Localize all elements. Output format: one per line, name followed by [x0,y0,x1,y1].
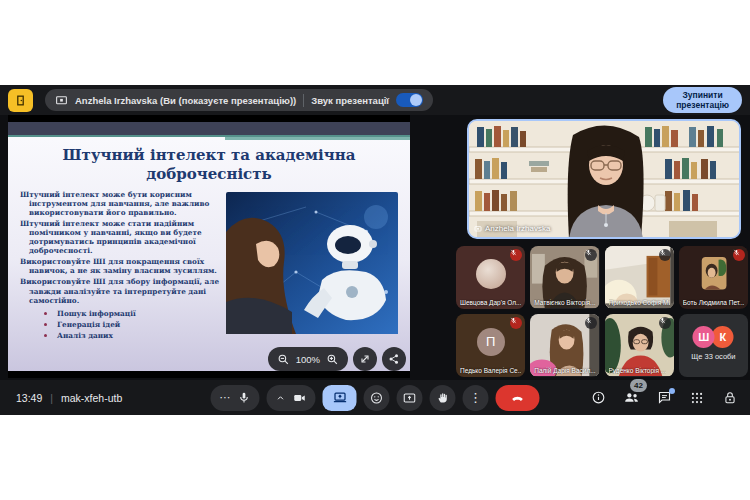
chat-button[interactable] [654,388,674,408]
hand-icon [436,391,449,404]
participant-count-badge: 42 [630,379,647,392]
slide-accent-stripe [225,137,410,140]
participant-name: Матвієнко Вікторія... [534,299,595,306]
avatar-letter: Ш [693,326,715,348]
zoom-out-icon[interactable] [277,353,290,366]
meeting-details-button[interactable] [588,388,608,408]
slide-header-band [8,122,410,135]
meeting-code: mak-xfeh-utb [61,392,122,404]
top-bar: Anzhela Irzhavska (Ви (показуєте презент… [0,85,750,115]
presentation-viewer-controls: 100% [268,347,406,371]
main-video-label: Anzhela Irzhavska [474,224,550,233]
participant-name: Руденко Вікторія ... [609,367,667,374]
slide-paragraph: Штучний інтелект може стати надійним пом… [20,219,220,255]
expand-button[interactable] [353,347,377,371]
chat-notification-dot [669,388,675,394]
share-button[interactable] [382,347,406,371]
zoom-level: 100% [296,354,320,365]
mic-off-icon [585,249,597,261]
slide: Штучний інтелект та академічна доброчесн… [8,122,410,371]
chevron-up-icon [276,393,286,403]
content-area: Штучний інтелект та академічна доброчесн… [0,115,750,380]
mic-off-icon [510,317,522,329]
participant-tile[interactable]: Приходько Софія Михай... [605,246,674,309]
slide-paragraph: Штучний інтелект може бути корисним інст… [20,190,220,217]
presenting-badge-icon [474,225,482,233]
mic-off-icon [510,249,522,261]
audio-options-icon: ⋯ [220,392,231,403]
camera-icon [293,391,307,405]
share-icon [388,353,400,365]
people-button[interactable]: 42 [621,388,641,408]
meet-logo-button[interactable] [8,89,33,112]
mic-off-icon [659,249,671,261]
stop-presentation-button[interactable]: Зупинити презентацію [663,87,742,113]
zoom-pill: 100% [268,347,348,371]
participant-tile[interactable]: Палій Дарія Васил... [530,314,599,377]
present-screen-icon [403,391,417,405]
meeting-info: 13:49 | mak-xfeh-utb [16,392,122,404]
overflow-avatars: Ш К [693,326,734,348]
slide-bullet: Аналіз даних [57,331,113,340]
more-options-button[interactable]: ⋮ [463,385,489,411]
presenter-label: Anzhela Irzhavska (Ви (показуєте презент… [75,95,296,106]
divider [303,94,304,107]
participant-tile[interactable]: Матвієнко Вікторія... [530,246,599,309]
main-video-tile[interactable]: Anzhela Irzhavska [467,119,741,239]
avatar-letter: П [477,328,505,356]
participant-name: Педько Валерія Се... [460,367,521,374]
camera-button[interactable] [267,385,316,411]
meet-window: Anzhela Irzhavska (Ви (показуєте презент… [0,85,750,415]
slide-bullet: Пошук інформації [57,309,136,318]
bottom-bar: 13:49 | mak-xfeh-utb ⋯ [0,380,750,415]
grid-dots-icon [690,391,704,405]
slide-bullet-list: Пошук інформації Генерація ідей Аналіз д… [20,309,220,340]
main-video-feed [469,121,741,239]
avatar [476,259,506,289]
slide-bullet: Генерація ідей [57,320,120,329]
participant-name: Палій Дарія Васил... [534,367,595,374]
host-controls-button[interactable] [720,388,740,408]
screen-share-icon [55,94,68,107]
people-icon [623,389,640,406]
microphone-button[interactable]: ⋯ [211,385,260,411]
mic-off-icon [659,317,671,329]
avatar-letter: К [712,326,734,348]
door-icon [14,94,27,107]
participant-tile[interactable]: Боть Людмила Пет... [679,246,748,309]
slide-text-block: Штучний інтелект може бути корисним інст… [20,190,220,343]
participant-tile[interactable]: П Педько Валерія Се... [456,314,525,377]
presentation-sound-label: Звук презентації [311,95,389,106]
presenting-chip: Anzhela Irzhavska (Ви (показуєте презент… [45,89,433,111]
phone-down-icon [510,390,526,406]
more-participants-tile[interactable]: Ш К Ще 33 особи [679,314,748,377]
presentation-sound-toggle[interactable] [396,93,423,107]
info-icon [591,390,606,405]
mic-off-icon [733,249,745,261]
presentation-active-button[interactable] [323,385,357,411]
participant-grid: Шевцова Дар'я Ол... Матвієнко Вікторія..… [456,246,748,377]
smiley-icon [370,391,384,405]
participant-name: Приходько Софія Михай... [609,299,670,306]
slide-image-ai-robot [226,192,398,343]
slide-title: Штучний інтелект та академічна доброчесн… [8,146,410,184]
expand-icon [359,353,371,365]
panel-buttons: 42 [588,388,740,408]
mic-off-icon [585,317,597,329]
slide-paragraph: Використовуйте ШІ для збору інформації, … [20,277,220,304]
more-participants-label: Ще 33 особи [679,352,748,361]
raise-hand-button[interactable] [430,385,456,411]
present-now-button[interactable] [397,385,423,411]
activities-button[interactable] [687,388,707,408]
zoom-in-icon[interactable] [326,353,339,366]
participant-name: Шевцова Дар'я Ол... [460,299,521,306]
lock-icon [723,391,737,405]
reactions-button[interactable] [364,385,390,411]
clock: 13:49 [16,392,42,404]
participant-tile[interactable]: Шевцова Дар'я Ол... [456,246,525,309]
mic-icon [238,391,251,404]
end-call-button[interactable] [496,385,540,411]
participant-tile[interactable]: Руденко Вікторія ... [605,314,674,377]
participant-name: Боть Людмила Пет... [683,299,744,306]
shared-presentation: Штучний інтелект та академічна доброчесн… [8,115,410,378]
